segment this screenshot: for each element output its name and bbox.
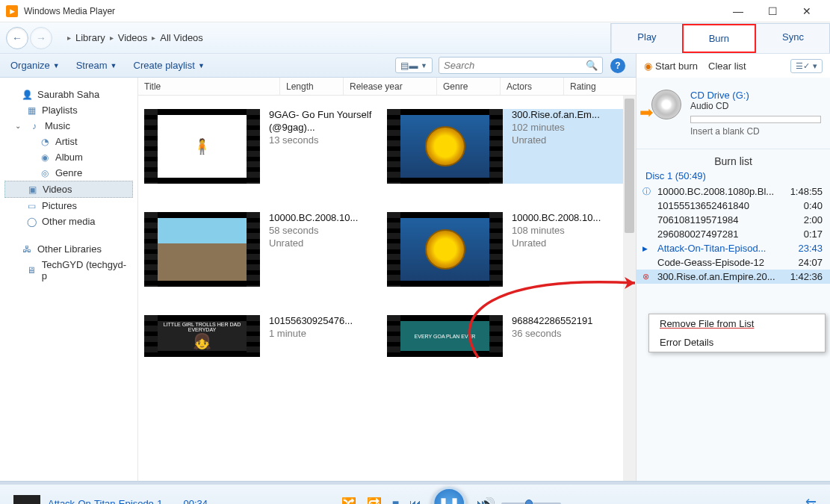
burn-list-item[interactable]: Code-Geass-Episode-1224:07 — [637, 255, 830, 270]
video-thumbnail: 🧍 — [144, 109, 260, 184]
repeat-button[interactable]: 🔁 — [367, 497, 382, 504]
play-pause-button[interactable]: ❚❚ — [432, 487, 466, 505]
burn-list-item[interactable]: ⊗300.Rise.of.an.Empire.20...1:42:36 — [637, 270, 830, 284]
switch-view-button[interactable]: ⇆ — [805, 496, 817, 505]
stop-button[interactable]: ■ — [392, 497, 400, 505]
tab-burn[interactable]: Burn — [682, 24, 756, 53]
search-icon[interactable]: 🔍 — [586, 60, 598, 71]
breadcrumb-videos[interactable]: Videos — [118, 32, 148, 43]
organize-menu[interactable]: Organize▼ — [10, 60, 60, 71]
col-title[interactable]: Title — [138, 78, 280, 95]
video-duration: 102 minutes — [512, 122, 600, 134]
video-duration: 108 minutes — [512, 225, 601, 237]
list-icon: ☰✓ — [796, 61, 810, 71]
tree-techgyd[interactable]: 🖥TechGYD (techgyd-p — [4, 257, 133, 284]
chevron-down-icon: ▼ — [421, 62, 427, 69]
video-item[interactable]: LITTLE GIRL TROLLS HER DAD EVERYDAY👧 101… — [144, 315, 387, 357]
play-indicator-icon: ▶ — [642, 245, 648, 252]
tab-play[interactable]: Play — [611, 24, 681, 53]
now-playing-title[interactable]: Attack-On-Titan-Episode-1 — [48, 498, 162, 504]
video-rating: Unrated — [512, 134, 600, 147]
seek-bar[interactable] — [0, 482, 830, 485]
video-title: 968842286552191 — [512, 315, 592, 328]
video-item[interactable]: 10000.BC.2008.10...58 secondsUnrated — [144, 212, 387, 287]
menu-remove-from-list[interactable]: Remove File from List — [649, 314, 825, 333]
maximize-button[interactable] — [755, 0, 790, 22]
video-duration: 36 seconds — [512, 328, 592, 340]
libraries-icon: 🖧 — [21, 244, 33, 255]
burn-list-item[interactable]: 101555136524618400:40 — [637, 199, 830, 213]
video-item[interactable]: 🧍 9GAG- Go Fun Yourself (@9gag)...13 sec… — [144, 109, 387, 184]
album-icon: ◉ — [39, 152, 51, 163]
now-playing-thumbnail — [13, 495, 40, 505]
app-icon — [6, 5, 18, 17]
burn-list-item[interactable]: ⓘ10000.BC.2008.1080p.Bl...1:48:55 — [637, 184, 830, 199]
mute-button[interactable]: 🔊 — [480, 497, 495, 504]
breadcrumb-library[interactable]: Library — [75, 32, 105, 43]
tab-sync[interactable]: Sync — [756, 24, 829, 53]
video-thumbnail: LITTLE GIRL TROLLS HER DAD EVERYDAY👧 — [144, 315, 260, 357]
minimize-button[interactable] — [721, 0, 755, 22]
genre-icon: ◎ — [39, 168, 51, 178]
tree-user[interactable]: 👤Saurabh Saha — [4, 87, 133, 102]
view-options-button[interactable]: ▤▬ ▼ — [395, 57, 433, 73]
video-icon: ▣ — [26, 184, 38, 195]
tree-album[interactable]: ◉Album — [4, 149, 133, 165]
video-item[interactable]: EVERY GOA PLAN EVER 96884228655219136 se… — [387, 315, 630, 357]
tree-videos[interactable]: ▣Videos — [4, 181, 133, 198]
create-playlist-menu[interactable]: Create playlist▼ — [134, 60, 205, 71]
forward-button[interactable]: → — [30, 27, 52, 49]
help-button[interactable]: ? — [610, 58, 625, 73]
col-genre[interactable]: Genre — [437, 78, 501, 95]
stream-menu[interactable]: Stream▼ — [76, 60, 117, 71]
search-box[interactable]: 🔍 — [439, 57, 603, 74]
chevron-down-icon: ▼ — [198, 62, 205, 69]
tree-other-libraries[interactable]: 🖧Other Libraries — [4, 241, 133, 257]
drive-message: Insert a blank CD — [690, 126, 821, 137]
breadcrumb-allvideos[interactable]: All Videos — [160, 32, 203, 43]
drive-name[interactable]: CD Drive (G:) — [690, 90, 821, 101]
list-options-button[interactable]: ☰✓▾ — [790, 59, 823, 73]
burn-list-item[interactable]: 7061081195719842:00 — [637, 213, 830, 227]
tree-pictures[interactable]: ▭Pictures — [4, 198, 133, 214]
col-release[interactable]: Release year — [344, 78, 437, 95]
playlist-icon: ▦ — [25, 105, 37, 116]
user-icon: 👤 — [21, 90, 33, 100]
col-length[interactable]: Length — [280, 78, 344, 95]
nav-tree: 👤Saurabh Saha ▦Playlists ⌄♪Music ◔Artist… — [0, 78, 138, 481]
burn-icon: ◉ — [644, 60, 652, 72]
scrollbar[interactable] — [623, 96, 636, 481]
tree-music[interactable]: ⌄♪Music — [4, 118, 133, 134]
start-burn-button[interactable]: ◉Start burn — [644, 60, 698, 72]
tree-artist[interactable]: ◔Artist — [4, 134, 133, 149]
volume-knob[interactable] — [525, 500, 533, 505]
burn-list-item[interactable]: 2960800274972810:17 — [637, 227, 830, 241]
video-item[interactable]: 300.Rise.of.an.Em...102 minutesUnrated — [387, 109, 630, 184]
scrollbar-thumb[interactable] — [625, 99, 634, 233]
video-thumbnail — [144, 212, 260, 287]
video-item[interactable]: 10000.BC.2008.10...108 minutesUnrated — [387, 212, 630, 287]
menu-error-details[interactable]: Error Details — [649, 333, 825, 352]
media-icon: ◯ — [25, 217, 37, 227]
computer-icon: 🖥 — [25, 265, 37, 276]
video-rating: Unrated — [269, 237, 358, 250]
chevron-down-icon: ▾ — [813, 61, 817, 71]
col-actors[interactable]: Actors — [501, 78, 564, 95]
drive-type: Audio CD — [690, 101, 821, 111]
collapse-icon[interactable]: ⌄ — [15, 122, 24, 130]
search-input[interactable] — [444, 60, 586, 71]
tree-playlists[interactable]: ▦Playlists — [4, 102, 133, 118]
back-button[interactable]: ← — [6, 27, 28, 49]
close-button[interactable] — [790, 0, 824, 22]
disc-icon: ➡ — [645, 90, 681, 125]
tree-other-media[interactable]: ◯Other media — [4, 214, 133, 229]
shuffle-button[interactable]: 🔀 — [341, 497, 356, 504]
video-title: 300.Rise.of.an.Em... — [512, 109, 600, 122]
burn-list-item[interactable]: ▶Attack-On-Titan-Episod...23:43 — [637, 241, 830, 255]
video-title: 10000.BC.2008.10... — [512, 212, 601, 225]
tree-genre[interactable]: ◎Genre — [4, 165, 133, 181]
video-thumbnail: EVERY GOA PLAN EVER — [387, 315, 503, 357]
col-rating[interactable]: Rating — [564, 78, 636, 95]
clear-list-button[interactable]: Clear list — [708, 60, 746, 72]
previous-button[interactable]: ⏮ — [409, 497, 421, 505]
